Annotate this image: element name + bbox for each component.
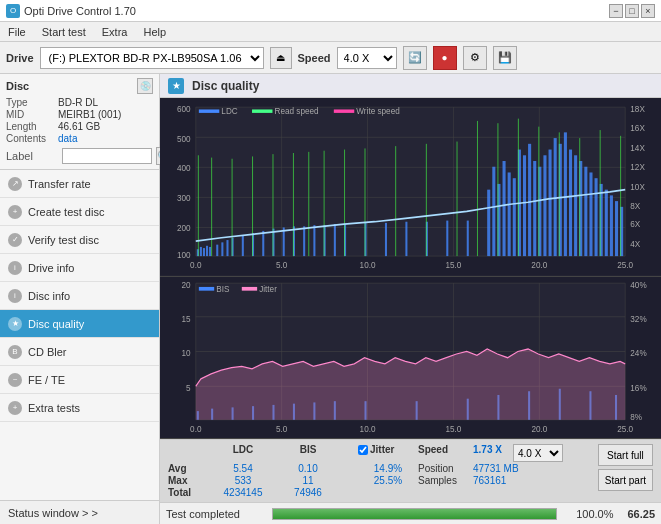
drive-select[interactable]: (F:) PLEXTOR BD-R PX-LB950SA 1.06 <box>40 47 264 69</box>
disc-type-row: Type BD-R DL <box>6 97 153 108</box>
svg-rect-65 <box>467 221 469 257</box>
titlebar-left: O Opti Drive Control 1.70 <box>6 4 136 18</box>
disc-label-label: Label <box>6 150 58 162</box>
close-button[interactable]: × <box>641 4 655 18</box>
start-full-button[interactable]: Start full <box>598 444 653 466</box>
status-window-label: Status window > > <box>8 507 98 519</box>
start-part-button[interactable]: Start part <box>598 469 653 491</box>
bis-header: BIS <box>278 444 338 462</box>
chart-icon: ★ <box>168 78 184 94</box>
svg-text:8X: 8X <box>630 201 640 212</box>
speed-select[interactable]: 4.0 X <box>337 47 397 69</box>
disc-label-input[interactable] <box>62 148 152 164</box>
svg-text:LDC: LDC <box>221 106 237 117</box>
drive-info-icon: i <box>8 261 22 275</box>
disc-length-row: Length 46.61 GB <box>6 121 153 132</box>
svg-rect-55 <box>303 226 305 256</box>
transfer-rate-icon: ↗ <box>8 177 22 191</box>
max-bis: 11 <box>278 475 338 486</box>
sidebar-item-fe-te[interactable]: ~ FE / TE <box>0 366 159 394</box>
bottom-chart-svg: 20 15 10 5 40% 32% 24% 16% 8% 0.0 5.0 10… <box>160 277 661 438</box>
svg-rect-105 <box>457 142 458 257</box>
svg-rect-53 <box>283 227 285 256</box>
sidebar-item-verify-test-disc[interactable]: ✓ Verify test disc <box>0 226 159 254</box>
svg-text:20.0: 20.0 <box>531 423 547 434</box>
sidebar-item-disc-quality[interactable]: ★ Disc quality <box>0 310 159 338</box>
disc-length-label: Length <box>6 121 58 132</box>
svg-rect-51 <box>262 231 264 256</box>
svg-rect-61 <box>385 223 387 256</box>
sidebar-item-extra-tests[interactable]: + Extra tests <box>0 394 159 422</box>
svg-rect-69 <box>503 161 506 256</box>
svg-rect-107 <box>497 123 498 256</box>
svg-rect-66 <box>487 190 490 256</box>
sidebar-item-label: CD Bler <box>28 346 67 358</box>
disc-length-value: 46.61 GB <box>58 121 100 132</box>
eject-button[interactable]: ⏏ <box>270 47 292 69</box>
disc-button[interactable]: ● <box>433 46 457 70</box>
svg-rect-58 <box>334 224 336 256</box>
svg-text:4X: 4X <box>630 238 640 249</box>
total-ldc: 4234145 <box>208 487 278 498</box>
sidebar-item-drive-info[interactable]: i Drive info <box>0 254 159 282</box>
position-label: Position <box>418 463 473 474</box>
avg-label: Avg <box>168 463 208 474</box>
progress-text: Test completed <box>166 508 266 520</box>
svg-text:Write speed: Write speed <box>356 106 400 117</box>
svg-text:5: 5 <box>186 382 191 393</box>
sidebar-item-transfer-rate[interactable]: ↗ Transfer rate <box>0 170 159 198</box>
svg-rect-97 <box>272 154 273 256</box>
speed-stat-select[interactable]: 4.0 X <box>513 444 563 462</box>
chart-header: ★ Disc quality <box>160 74 661 98</box>
charts-container: 600 500 400 300 200 100 18X 16X 14X 12X … <box>160 98 661 439</box>
svg-text:5.0: 5.0 <box>276 423 287 434</box>
sidebar-item-cd-bler[interactable]: B CD Bler <box>0 338 159 366</box>
svg-rect-96 <box>252 156 253 256</box>
svg-text:10: 10 <box>182 347 191 358</box>
jitter-checkbox[interactable] <box>358 445 368 455</box>
disc-type-label: Type <box>6 97 58 108</box>
svg-text:18X: 18X <box>630 103 645 114</box>
svg-rect-64 <box>446 221 448 257</box>
menu-start-test[interactable]: Start test <box>38 25 90 39</box>
stats-area: LDC BIS Jitter Speed 1.73 X 4.0 X <box>160 439 661 502</box>
max-jitter: 25.5% <box>358 475 418 486</box>
status-window-button[interactable]: Status window > > <box>0 500 159 524</box>
svg-rect-56 <box>313 225 315 256</box>
titlebar-controls[interactable]: − □ × <box>609 4 655 18</box>
disc-icon-btn[interactable]: 💿 <box>137 78 153 94</box>
svg-text:15.0: 15.0 <box>445 423 461 434</box>
svg-rect-43 <box>206 246 208 256</box>
svg-rect-102 <box>364 148 365 256</box>
svg-rect-101 <box>344 150 345 257</box>
disc-section-title: Disc <box>6 80 29 92</box>
save-button[interactable]: 💾 <box>493 46 517 70</box>
settings-button[interactable]: ⚙ <box>463 46 487 70</box>
svg-rect-34 <box>199 109 219 112</box>
action-buttons: Start full Start part <box>598 444 653 491</box>
disc-contents-row: Contents data <box>6 133 153 144</box>
ldc-header: LDC <box>208 444 278 462</box>
app-icon: O <box>6 4 20 18</box>
top-chart-svg: 600 500 400 300 200 100 18X 16X 14X 12X … <box>160 98 661 276</box>
sidebar-item-create-test-disc[interactable]: + Create test disc <box>0 198 159 226</box>
svg-text:300: 300 <box>177 193 191 204</box>
menu-extra[interactable]: Extra <box>98 25 132 39</box>
svg-rect-75 <box>533 161 536 256</box>
refresh-button[interactable]: 🔄 <box>403 46 427 70</box>
sidebar-item-disc-info[interactable]: i Disc info <box>0 282 159 310</box>
disc-mid-value: MEIRB1 (001) <box>58 109 121 120</box>
total-bis: 74946 <box>278 487 338 498</box>
disc-info-icon: i <box>8 289 22 303</box>
svg-rect-109 <box>538 127 539 256</box>
svg-text:20: 20 <box>182 279 191 290</box>
svg-rect-67 <box>492 167 495 256</box>
menu-help[interactable]: Help <box>139 25 170 39</box>
svg-rect-110 <box>559 132 560 256</box>
minimize-button[interactable]: − <box>609 4 623 18</box>
sidebar-item-label: Create test disc <box>28 206 104 218</box>
maximize-button[interactable]: □ <box>625 4 639 18</box>
menu-file[interactable]: File <box>4 25 30 39</box>
chart-title: Disc quality <box>192 79 259 93</box>
svg-text:12X: 12X <box>630 162 645 173</box>
